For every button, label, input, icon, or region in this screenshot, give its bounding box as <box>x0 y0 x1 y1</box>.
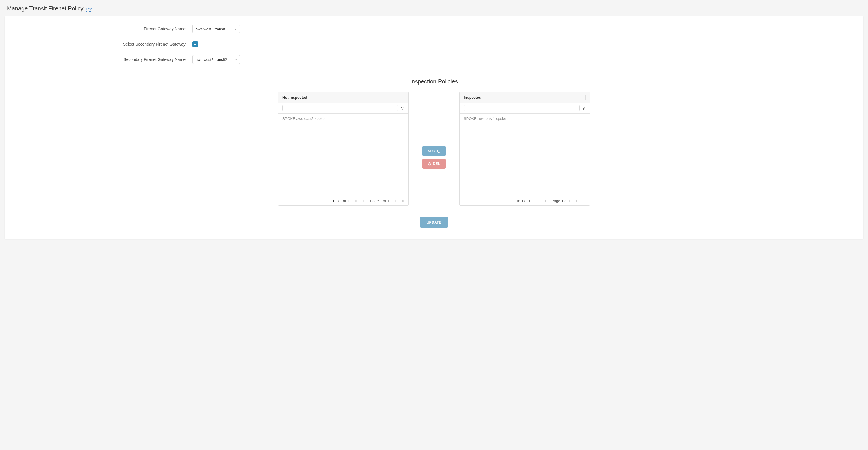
filter-row-not-inspected <box>278 103 408 114</box>
select-secondary-gateway[interactable]: aws-west2-transit2 <box>192 55 240 64</box>
pager-page-prefix: Page <box>370 199 380 203</box>
svg-marker-0 <box>401 107 404 109</box>
select-firenet-gateway[interactable]: aws-west2-transit1 <box>192 25 240 33</box>
del-button-label: DEL <box>433 162 440 166</box>
pager-of-label: of <box>523 199 528 203</box>
page-header: Manage Transit Firenet Policy Info <box>0 0 868 16</box>
pager-total: 1 <box>528 199 530 203</box>
label-firenet-gateway: Firenet Gateway Name <box>10 27 192 31</box>
svg-point-4 <box>428 163 431 165</box>
pager-next-icon[interactable] <box>393 199 397 203</box>
panel-header-inspected: Inspected <box>460 92 590 103</box>
row-firenet-gateway: Firenet Gateway Name aws-west2-transit1 <box>10 25 858 33</box>
label-select-secondary: Select Secondary Firenet Gateway <box>10 42 192 46</box>
pager-summary: 1 to 1 of 1 <box>333 199 349 203</box>
header-divider <box>585 95 586 100</box>
pager-total: 1 <box>347 199 349 203</box>
pager-from: 1 <box>514 199 516 203</box>
pager-page-total: 1 <box>569 199 571 203</box>
pager-prev-icon[interactable] <box>544 199 547 203</box>
pager-controls: Page 1 of 1 <box>355 199 404 203</box>
pager-page: Page 1 of 1 <box>370 199 389 203</box>
checkbox-select-secondary[interactable] <box>192 41 198 47</box>
pager-last-icon[interactable] <box>401 199 404 203</box>
panel-not-inspected: Not Inspected SPOKE:aws-east2-spoke 1 to… <box>278 92 409 206</box>
pager-prev-icon[interactable] <box>362 199 366 203</box>
select-firenet-gateway-value: aws-west2-transit1 <box>192 25 240 33</box>
pager-last-icon[interactable] <box>582 199 586 203</box>
pager-page-of: of <box>563 199 569 203</box>
grid-body-not-inspected: SPOKE:aws-east2-spoke <box>278 114 408 196</box>
policy-card: Firenet Gateway Name aws-west2-transit1 … <box>5 16 863 239</box>
update-wrap: UPDATE <box>10 217 858 228</box>
list-item[interactable]: SPOKE:aws-east1-spoke <box>460 114 590 124</box>
pager-to-label: to <box>335 199 340 203</box>
page-title: Manage Transit Firenet Policy <box>7 5 84 12</box>
info-link[interactable]: Info <box>86 7 93 11</box>
inspection-policies-title: Inspection Policies <box>10 78 858 85</box>
pager-page-current: 1 <box>561 199 563 203</box>
svg-point-3 <box>437 150 440 153</box>
row-secondary-gateway: Secondary Firenet Gateway Name aws-west2… <box>10 55 858 64</box>
panel-header-not-inspected: Not Inspected <box>278 92 408 103</box>
update-button[interactable]: UPDATE <box>420 217 447 228</box>
header-divider <box>404 95 404 100</box>
pager-page-current: 1 <box>380 199 382 203</box>
grid-footer-inspected: 1 to 1 of 1 Page 1 of 1 <box>460 196 590 205</box>
check-icon <box>194 42 197 46</box>
pager-to-label: to <box>516 199 521 203</box>
label-secondary-gateway: Secondary Firenet Gateway Name <box>10 57 192 62</box>
transfer-actions: ADD DEL <box>423 92 445 206</box>
funnel-icon[interactable] <box>401 106 404 110</box>
pager-page-total: 1 <box>387 199 389 203</box>
pager-page: Page 1 of 1 <box>551 199 571 203</box>
filter-input-inspected[interactable] <box>464 105 580 111</box>
row-select-secondary: Select Secondary Firenet Gateway <box>10 41 858 47</box>
panel-header-label: Not Inspected <box>282 95 307 100</box>
pager-first-icon[interactable] <box>355 199 358 203</box>
svg-marker-5 <box>583 107 585 109</box>
funnel-icon[interactable] <box>582 106 586 110</box>
pager-controls: Page 1 of 1 <box>536 199 586 203</box>
pager-of-label: of <box>342 199 347 203</box>
pager-first-icon[interactable] <box>536 199 540 203</box>
panel-header-label: Inspected <box>464 95 482 100</box>
del-button[interactable]: DEL <box>423 159 445 169</box>
arrow-right-circle-icon <box>437 149 441 153</box>
form-section: Firenet Gateway Name aws-west2-transit1 … <box>10 25 858 64</box>
policies-container: Not Inspected SPOKE:aws-east2-spoke 1 to… <box>10 92 858 206</box>
pager-from: 1 <box>333 199 335 203</box>
add-button[interactable]: ADD <box>423 146 445 156</box>
add-button-label: ADD <box>427 149 435 153</box>
panel-inspected: Inspected SPOKE:aws-east1-spoke 1 to 1 o… <box>459 92 590 206</box>
arrow-left-circle-icon <box>428 162 431 165</box>
filter-row-inspected <box>460 103 590 114</box>
grid-body-inspected: SPOKE:aws-east1-spoke <box>460 114 590 196</box>
pager-summary: 1 to 1 of 1 <box>514 199 531 203</box>
select-secondary-gateway-value: aws-west2-transit2 <box>192 55 240 64</box>
pager-page-prefix: Page <box>551 199 561 203</box>
pager-page-of: of <box>382 199 387 203</box>
list-item[interactable]: SPOKE:aws-east2-spoke <box>278 114 408 124</box>
grid-footer-not-inspected: 1 to 1 of 1 Page 1 of 1 <box>278 196 408 205</box>
filter-input-not-inspected[interactable] <box>282 105 398 111</box>
pager-next-icon[interactable] <box>575 199 578 203</box>
